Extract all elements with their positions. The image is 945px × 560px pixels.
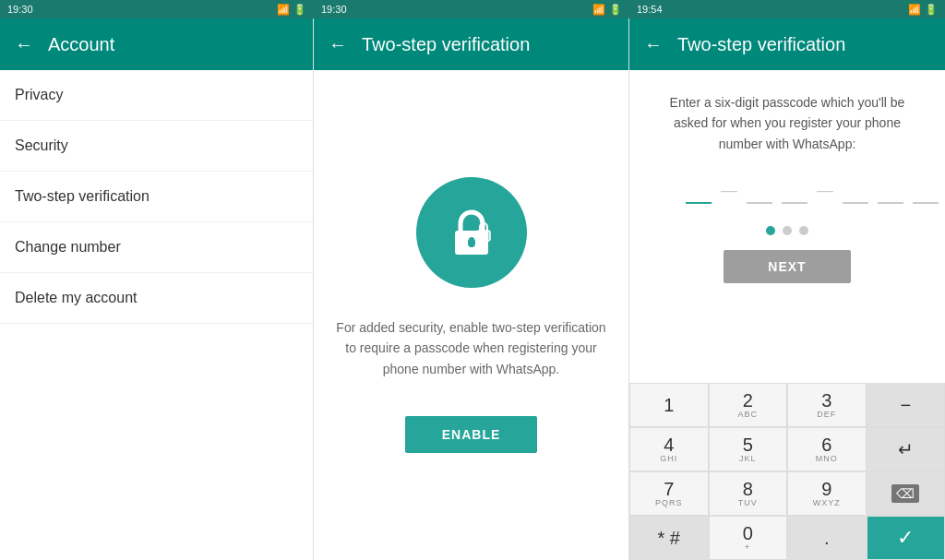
pagination-dots: [766, 226, 808, 235]
passcode-digit-2[interactable]: [747, 176, 772, 204]
passcode-digit-4[interactable]: [843, 176, 868, 204]
numpad-key-✓[interactable]: ✓: [867, 516, 946, 560]
dot-3: [799, 226, 808, 235]
tsv-intro-back-button[interactable]: ←: [329, 34, 347, 55]
status-bar-middle: 19:30 📶 🔋: [314, 0, 629, 18]
account-back-button[interactable]: ←: [15, 34, 33, 55]
passcode-title: Two-step verification: [677, 34, 845, 55]
tsv-intro-content: For added security, enable two-step veri…: [314, 70, 628, 560]
numpad: 12ABC3DEF−4GHI5JKL6MNO↵7PQRS8TUV9WXYZ⌫* …: [629, 383, 945, 560]
numpad-key-9[interactable]: 9WXYZ: [787, 471, 867, 516]
account-title: Account: [48, 34, 114, 55]
tsv-intro-header: ← Two-step verification: [314, 18, 628, 70]
passcode-content: Enter a six-digit passcode which you'll …: [629, 70, 945, 383]
numpad-key-↵[interactable]: ↵: [867, 427, 946, 471]
menu-item-privacy[interactable]: Privacy: [0, 70, 313, 121]
numpad-key-−[interactable]: −: [867, 383, 946, 427]
status-icons-middle: 📶 🔋: [592, 4, 622, 16]
passcode-input-row: — —: [686, 176, 889, 204]
tsv-lock-icon-circle: [416, 177, 527, 288]
dot-1: [766, 226, 775, 235]
numpad-key-6[interactable]: 6MNO: [787, 427, 867, 471]
time-middle: 19:30: [321, 4, 347, 15]
account-panel: ← Account Privacy Security Two-step veri…: [0, 18, 314, 560]
status-icons-right: 📶 🔋: [908, 4, 938, 16]
status-icons-left: 📶 🔋: [277, 4, 306, 16]
checkmark-icon: ✓: [897, 526, 914, 550]
numpad-key-.[interactable]: .: [787, 516, 867, 560]
numpad-key-5[interactable]: 5JKL: [709, 427, 788, 471]
numpad-key-*-#[interactable]: * #: [629, 516, 709, 560]
numpad-key-4[interactable]: 4GHI: [629, 427, 709, 471]
numpad-key-1[interactable]: 1: [629, 383, 709, 427]
tsv-intro-panel: ← Two-step verification: [314, 18, 629, 560]
menu-item-change-number[interactable]: Change number: [0, 222, 313, 273]
enable-button[interactable]: ENABLE: [405, 416, 538, 453]
tsv-description: For added security, enable two-step veri…: [336, 317, 606, 379]
account-header: ← Account: [0, 18, 313, 70]
passcode-digit-6[interactable]: [913, 176, 939, 204]
status-bar-left: 19:30 📶 🔋: [0, 0, 314, 18]
passcode-back-button[interactable]: ←: [644, 34, 663, 55]
passcode-description: Enter a six-digit passcode which you'll …: [658, 92, 916, 154]
menu-item-security[interactable]: Security: [0, 121, 313, 172]
numpad-key-⌫[interactable]: ⌫: [867, 471, 946, 516]
menu-item-delete-account[interactable]: Delete my account: [0, 273, 313, 324]
account-menu-list: Privacy Security Two-step verification C…: [0, 70, 313, 560]
status-bar-right: 19:54 📶 🔋: [629, 0, 945, 18]
passcode-digit-5[interactable]: [878, 176, 903, 204]
numpad-key-3[interactable]: 3DEF: [787, 383, 867, 427]
tsv-intro-title: Two-step verification: [362, 34, 530, 55]
dot-2: [783, 226, 792, 235]
numpad-key-2[interactable]: 2ABC: [709, 383, 788, 427]
numpad-key-0[interactable]: 0+: [709, 516, 788, 560]
passcode-digit-3[interactable]: [782, 176, 807, 204]
passcode-digit-1[interactable]: [686, 176, 712, 204]
passcode-panel: ← Two-step verification Enter a six-digi…: [629, 18, 945, 560]
backspace-icon: ⌫: [891, 484, 919, 503]
time-right: 19:54: [637, 4, 663, 15]
next-button[interactable]: NEXT: [724, 250, 850, 283]
svg-rect-4: [477, 231, 490, 241]
svg-rect-3: [470, 242, 473, 247]
time-left: 19:30: [7, 4, 33, 15]
menu-item-two-step[interactable]: Two-step verification: [0, 172, 313, 222]
lock-icon: [444, 205, 499, 260]
numpad-key-7[interactable]: 7PQRS: [629, 471, 709, 516]
passcode-header: ← Two-step verification: [629, 18, 945, 70]
numpad-key-8[interactable]: 8TUV: [709, 471, 788, 516]
